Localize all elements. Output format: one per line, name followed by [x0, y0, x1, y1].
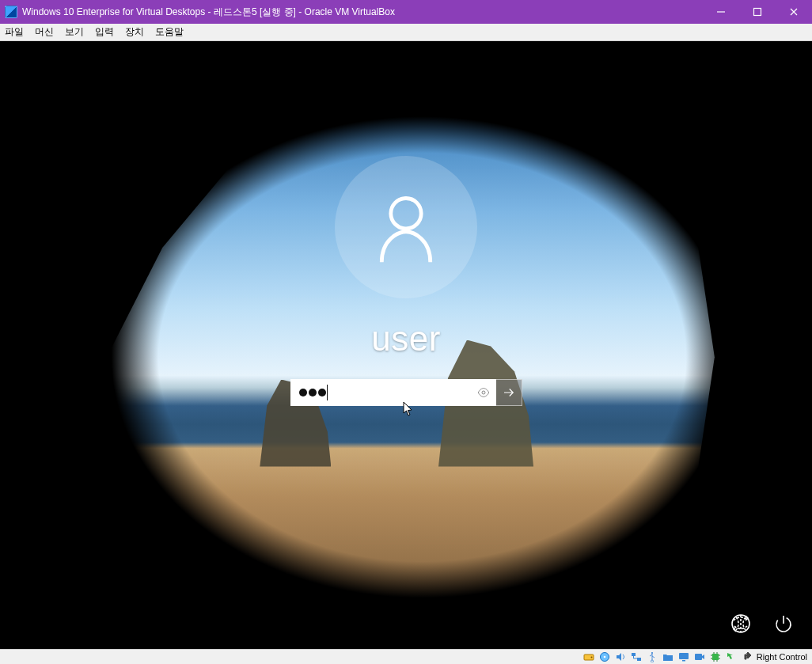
user-avatar-icon: [335, 156, 477, 298]
vb-statusbar: Right Control: [0, 649, 812, 664]
svg-rect-13: [682, 660, 685, 662]
vb-titlebar: Windows 10 Enterprise for Virtual Deskto…: [0, 0, 812, 24]
username-label: user: [371, 319, 441, 359]
hard-disk-icon[interactable]: [582, 651, 595, 663]
menu-file[interactable]: 파일: [5, 25, 24, 39]
optical-drive-icon[interactable]: [598, 651, 611, 663]
password-mask: [299, 389, 326, 397]
power-button[interactable]: [772, 613, 795, 635]
login-panel: user: [0, 41, 812, 649]
svg-rect-12: [679, 653, 689, 659]
recording-icon[interactable]: [693, 651, 706, 663]
svg-point-11: [651, 652, 653, 654]
svg-point-8: [603, 656, 605, 658]
svg-rect-0: [754, 9, 761, 16]
guest-display[interactable]: user: [0, 41, 812, 649]
minimize-button[interactable]: [703, 0, 739, 24]
shared-folder-icon[interactable]: [662, 651, 674, 663]
svg-point-2: [482, 391, 485, 394]
display-icon[interactable]: [677, 651, 690, 663]
svg-rect-14: [695, 654, 702, 660]
svg-rect-9: [632, 653, 636, 656]
virtualbox-logo-icon: [5, 6, 17, 18]
menu-help[interactable]: 도움말: [155, 25, 184, 39]
menu-view[interactable]: 보기: [65, 25, 84, 39]
svg-point-1: [391, 199, 421, 229]
host-key-indicator-icon: [741, 651, 753, 663]
network-button[interactable]: [730, 613, 752, 635]
maximize-button[interactable]: [739, 0, 776, 24]
lockscreen-controls: [730, 613, 795, 635]
menu-devices[interactable]: 장치: [125, 25, 144, 39]
network-icon[interactable]: [630, 651, 643, 663]
reveal-password-button[interactable]: [476, 385, 491, 400]
text-caret-icon: [327, 385, 328, 400]
password-field[interactable]: [290, 379, 496, 406]
usb-icon[interactable]: [646, 651, 658, 663]
svg-point-6: [590, 657, 592, 658]
mouse-integration-icon[interactable]: [725, 651, 738, 663]
window-title: Windows 10 Enterprise for Virtual Deskto…: [22, 6, 395, 19]
submit-button[interactable]: [495, 379, 522, 406]
svg-rect-15: [712, 654, 719, 660]
close-button[interactable]: [776, 0, 812, 24]
cpu-icon[interactable]: [709, 651, 722, 663]
menu-machine[interactable]: 머신: [35, 25, 54, 39]
password-row: [290, 379, 522, 406]
audio-icon[interactable]: [614, 651, 627, 663]
menu-input[interactable]: 입력: [95, 25, 114, 39]
vb-menubar: 파일 머신 보기 입력 장치 도움말: [0, 24, 812, 41]
host-key-label: Right Control: [757, 652, 807, 662]
